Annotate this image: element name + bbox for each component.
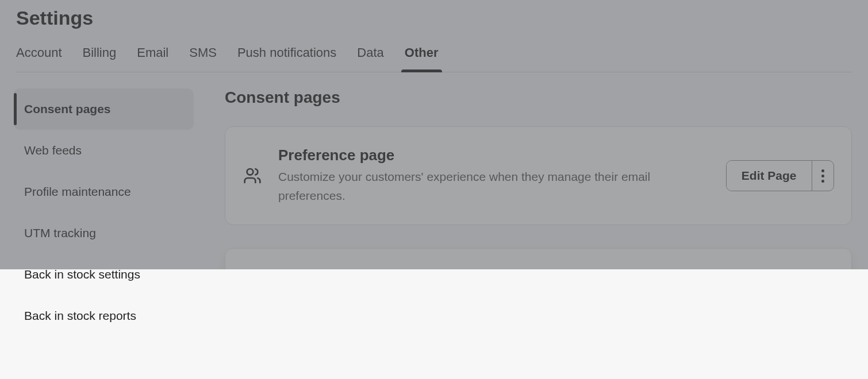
tab-other[interactable]: Other [405, 45, 439, 72]
section-title: Consent pages [225, 88, 852, 107]
tabs-nav: Account Billing Email SMS Push notificat… [16, 45, 852, 72]
sidebar-item-back-in-stock-settings[interactable]: Back in stock settings [14, 254, 194, 295]
sidebar-item-profile-maintenance[interactable]: Profile maintenance [14, 171, 194, 212]
edit-page-button[interactable]: Edit Page [727, 161, 812, 191]
sidebar-item-consent-pages[interactable]: Consent pages [14, 88, 194, 130]
sidebar-item-utm-tracking[interactable]: UTM tracking [14, 212, 194, 254]
more-actions-button[interactable] [812, 161, 834, 191]
undimmed-region [211, 269, 868, 379]
tab-data[interactable]: Data [357, 45, 383, 72]
tab-push-notifications[interactable]: Push notifications [237, 45, 336, 72]
sidebar-item-back-in-stock-reports[interactable]: Back in stock reports [14, 295, 194, 337]
card-title: Preference page [278, 146, 710, 164]
sidebar-item-web-feeds[interactable]: Web feeds [14, 130, 194, 171]
tab-account[interactable]: Account [16, 45, 62, 72]
sidebar-nav: Consent pages Web feeds Profile maintena… [14, 88, 194, 351]
svg-point-0 [247, 169, 254, 175]
users-icon [243, 167, 262, 185]
page-title: Settings [16, 7, 852, 29]
tab-sms[interactable]: SMS [189, 45, 217, 72]
tab-billing[interactable]: Billing [83, 45, 117, 72]
card-description: Customize your customers' experience whe… [278, 168, 710, 205]
tab-email[interactable]: Email [137, 45, 168, 72]
vertical-dots-icon [821, 169, 824, 183]
card-preference-page: Preference page Customize your customers… [225, 126, 852, 225]
